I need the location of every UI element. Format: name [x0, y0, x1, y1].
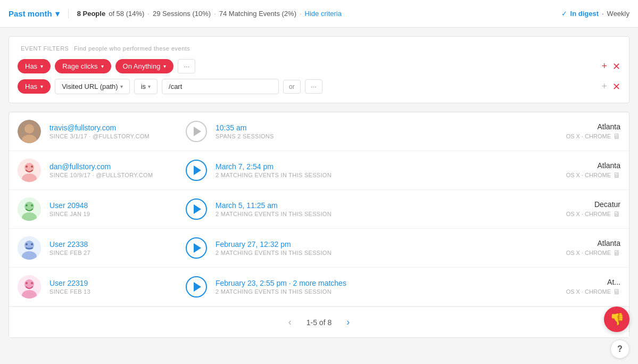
filter-panel: EVENT FILTERS Find people who performed … — [9, 36, 629, 103]
people-count: 8 People — [77, 10, 105, 18]
user-name[interactable]: travis@fullstory.com — [49, 123, 177, 132]
user-info: travis@fullstory.com SINCE 3/1/17 · @FUL… — [49, 123, 177, 139]
remove-filter-icon-2[interactable]: ✕ — [612, 81, 620, 93]
location-detail: OS X · CHROME 🖥 — [566, 132, 620, 140]
location-info: Atlanta OS X · CHROME 🖥 — [566, 122, 620, 140]
user-name[interactable]: User 20948 — [49, 201, 177, 210]
svg-point-22 — [31, 282, 33, 284]
stats-bar: 8 People of 58 (14%) · 29 Sessions (10%)… — [69, 10, 561, 18]
location-detail: OS X · CHROME 🖥 — [566, 210, 620, 218]
sessions-count: 29 Sessions (10%) — [153, 10, 211, 18]
user-since: SINCE 10/9/17 · @FULLSTORY.COM — [49, 172, 177, 178]
svg-point-11 — [26, 204, 28, 206]
date-filter[interactable]: Past month ▾ — [9, 9, 69, 19]
play-button[interactable] — [186, 121, 207, 142]
thumbs-down-icon: 👎 — [610, 312, 624, 326]
monitor-icon: 🖥 — [613, 210, 620, 218]
has-button-1[interactable]: Has ▾ — [18, 59, 51, 73]
filter-title-text: EVENT FILTERS — [21, 45, 69, 52]
svg-point-17 — [31, 243, 33, 245]
dot1: · — [147, 10, 150, 18]
session-detail: 2 MATCHING EVENTS IN THIS SESSION — [216, 288, 558, 295]
visited-url-button[interactable]: Visited URL (path) ▾ — [55, 79, 130, 94]
session-time[interactable]: March 5, 11:25 am — [216, 201, 558, 210]
filter-row-2: Has ▾ Visited URL (path) ▾ is ▾ or ··· +… — [18, 79, 620, 94]
has-button-2[interactable]: Has ▾ — [18, 79, 51, 94]
session-info: March 5, 11:25 am 2 MATCHING EVENTS IN T… — [216, 201, 558, 217]
svg-point-1 — [24, 124, 34, 134]
url-input[interactable] — [162, 79, 279, 94]
filter-row-1-actions: + ✕ — [601, 61, 620, 72]
digest-frequency: Weekly — [607, 10, 629, 18]
dot3: · — [300, 10, 302, 18]
location-detail: OS X · CHROME 🖥 — [566, 249, 620, 257]
hide-criteria-link[interactable]: Hide criteria — [305, 10, 342, 18]
location-detail: OS X · CHROME 🖥 — [566, 287, 620, 296]
dot4: · — [602, 10, 604, 18]
play-icon — [194, 243, 201, 253]
session-detail: 2 MATCHING EVENTS IN THIS SESSION — [216, 172, 558, 178]
session-info: February 23, 2:55 pm · 2 more matches 2 … — [216, 279, 558, 295]
play-icon — [194, 204, 201, 214]
user-name[interactable]: User 22319 — [49, 279, 177, 287]
session-time[interactable]: February 23, 2:55 pm · 2 more matches — [216, 279, 558, 287]
dot2: · — [214, 10, 216, 18]
chevron-down-icon: ▾ — [55, 9, 60, 19]
or-button[interactable]: or — [283, 80, 301, 94]
table-row: User 20948 SINCE JAN 19 March 5, 11:25 a… — [9, 190, 629, 229]
question-mark-icon: ? — [617, 344, 623, 346]
table-row: User 22338 SINCE FEB 27 February 27, 12:… — [9, 229, 629, 268]
play-button[interactable] — [186, 276, 207, 297]
in-digest-label[interactable]: In digest — [570, 10, 599, 18]
session-time[interactable]: March 7, 2:54 pm — [216, 162, 558, 171]
play-button[interactable] — [186, 198, 207, 220]
is-label: is — [141, 82, 146, 90]
remove-filter-icon-1[interactable]: ✕ — [612, 61, 620, 72]
people-of: of 58 (14%) — [109, 10, 144, 18]
on-anything-button[interactable]: On Anything ▾ — [115, 59, 174, 73]
prev-page-button[interactable]: ‹ — [284, 315, 296, 330]
play-button[interactable] — [186, 237, 207, 259]
avatar — [18, 159, 41, 182]
is-button[interactable]: is ▾ — [134, 79, 158, 94]
user-info: dan@fullstory.com SINCE 10/9/17 · @FULLS… — [49, 162, 177, 178]
help-button[interactable]: ? — [610, 340, 629, 346]
more-options-button-2[interactable]: ··· — [305, 79, 322, 94]
table-row: travis@fullstory.com SINCE 3/1/17 · @FUL… — [9, 112, 629, 151]
monitor-icon: 🖥 — [613, 249, 620, 257]
svg-point-7 — [31, 166, 33, 168]
events-count: 74 Matching Events (2%) — [219, 10, 296, 18]
location-info: Atlanta OS X · CHROME 🖥 — [566, 161, 620, 179]
next-page-button[interactable]: › — [342, 315, 354, 330]
svg-point-4 — [24, 163, 34, 172]
more-options-button-1[interactable]: ··· — [178, 59, 195, 73]
session-time[interactable]: 10:35 am — [216, 123, 558, 132]
session-time[interactable]: February 27, 12:32 pm — [216, 240, 558, 249]
feedback-button[interactable]: 👎 — [604, 307, 629, 332]
chevron-down-icon-5: ▾ — [120, 84, 123, 89]
chevron-down-icon-6: ▾ — [148, 84, 151, 89]
location-info: Decatur OS X · CHROME 🖥 — [566, 200, 620, 218]
results-list: travis@fullstory.com SINCE 3/1/17 · @FUL… — [9, 112, 629, 338]
add-filter-icon-2[interactable]: + — [601, 81, 607, 92]
user-name[interactable]: dan@fullstory.com — [49, 162, 177, 171]
user-since: SINCE JAN 19 — [49, 211, 177, 217]
chevron-down-icon: ▾ — [40, 63, 43, 69]
location-info: At... OS X · CHROME 🖥 — [566, 278, 620, 296]
add-filter-icon-1[interactable]: + — [601, 61, 607, 72]
location-name: Atlanta — [566, 122, 620, 131]
location-name: Atlanta — [566, 161, 620, 170]
user-since: SINCE 3/1/17 · @FULLSTORY.COM — [49, 133, 177, 139]
monitor-icon: 🖥 — [613, 287, 620, 296]
rage-clicks-button[interactable]: Rage clicks ▾ — [55, 59, 111, 73]
has-label-1: Has — [25, 62, 37, 70]
session-info: March 7, 2:54 pm 2 MATCHING EVENTS IN TH… — [216, 162, 558, 178]
play-button[interactable] — [186, 160, 207, 181]
user-name[interactable]: User 22338 — [49, 240, 177, 249]
table-row: User 22319 SINCE FEB 13 February 23, 2:5… — [9, 268, 629, 307]
location-info: Atlanta OS X · CHROME 🖥 — [566, 239, 620, 257]
monitor-icon: 🖥 — [613, 171, 620, 179]
digest-section: ✓ In digest · Weekly — [561, 10, 629, 18]
session-detail: 2 MATCHING EVENTS IN THIS SESSION — [216, 211, 558, 217]
session-info: February 27, 12:32 pm 2 MATCHING EVENTS … — [216, 240, 558, 256]
